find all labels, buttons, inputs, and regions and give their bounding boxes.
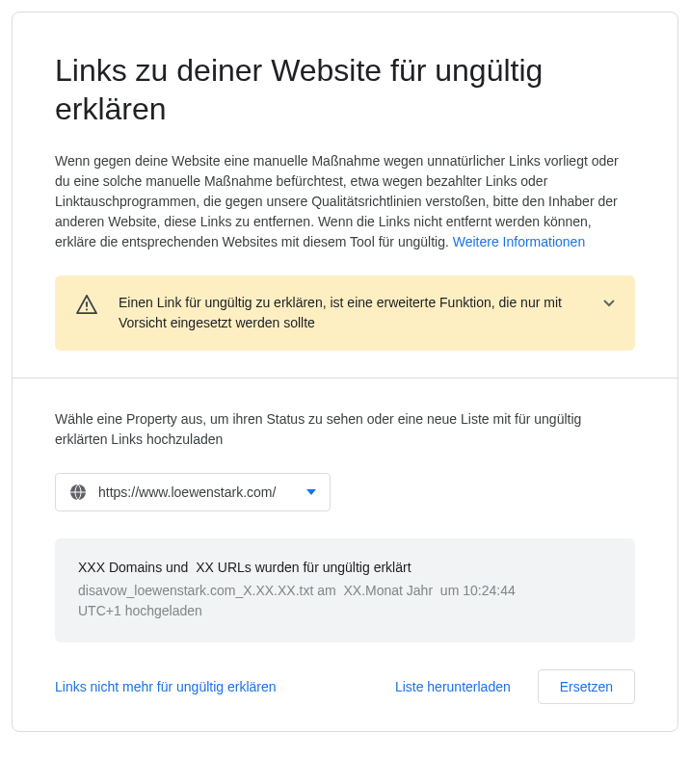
undeclare-button[interactable]: Links nicht mehr für ungültig erklären [55,671,277,702]
property-instruction: Wähle eine Property aus, um ihren Status… [55,409,635,450]
chevron-down-icon[interactable] [602,297,616,310]
svg-rect-0 [86,301,88,306]
status-filename: disavow_loewenstark.com_X.XX.XX.txt [78,583,313,598]
status-detail: disavow_loewenstark.com_X.XX.XX.txt am X… [78,581,612,621]
status-box: XXX Domains und XX URLs wurden für ungül… [55,538,635,642]
status-date: XX.Monat Jahr [343,583,433,598]
warning-alert[interactable]: Einen Link für ungültig zu erklären, ist… [55,275,635,351]
status-title: XXX Domains und XX URLs wurden für ungül… [78,560,612,575]
bottom-section: Wähle eine Property aus, um ihren Status… [13,379,677,731]
property-selector[interactable]: https://www.loewenstark.com/ [55,473,331,511]
domains-label: Domains und [109,560,189,575]
globe-icon [69,483,87,501]
selected-property-url: https://www.loewenstark.com/ [98,484,295,500]
page-title: Links zu deiner Website für ungültig erk… [55,51,635,128]
disavow-card: Links zu deiner Website für ungültig erk… [12,12,678,732]
download-button[interactable]: Liste herunterladen [395,671,511,702]
more-info-link[interactable]: Weitere Informationen [453,234,585,249]
urls-count: XX [196,560,214,575]
dropdown-arrow-icon [306,489,316,495]
svg-rect-1 [86,309,88,311]
domains-count: XXX [78,560,105,575]
urls-label: URLs wurden für ungültig erklärt [218,560,411,575]
alert-text: Einen Link für ungültig zu erklären, ist… [119,293,581,333]
replace-button[interactable]: Ersetzen [538,669,635,704]
warning-icon [76,295,97,314]
actions-row: Links nicht mehr für ungültig erklären L… [55,669,635,704]
top-section: Links zu deiner Website für ungültig erk… [13,13,677,378]
description-text: Wenn gegen deine Website eine manuelle M… [55,151,635,252]
